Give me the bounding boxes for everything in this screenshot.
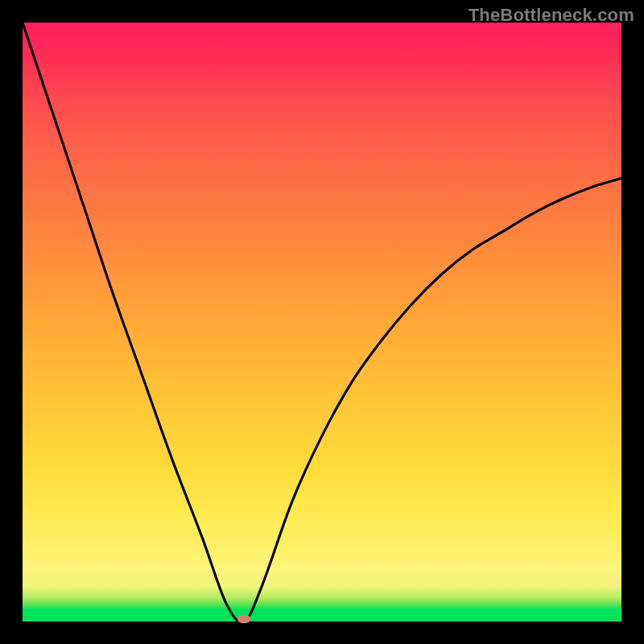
chart-frame: TheBottleneck.com xyxy=(0,0,644,644)
optimum-marker xyxy=(237,615,250,623)
plot-area xyxy=(23,23,621,621)
bottleneck-curve xyxy=(23,23,621,621)
